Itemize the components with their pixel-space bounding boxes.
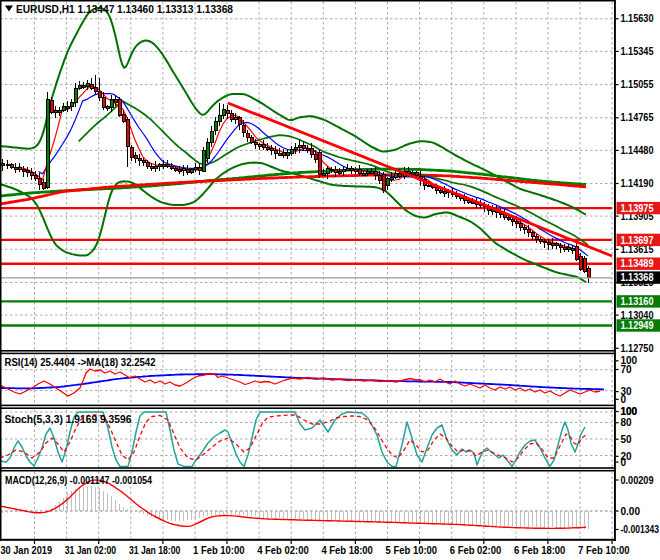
svg-text:1.15345: 1.15345	[621, 46, 654, 57]
svg-text:4 Feb 18:00: 4 Feb 18:00	[321, 545, 373, 556]
svg-text:1.12750: 1.12750	[621, 343, 654, 354]
svg-text:4 Feb 02:00: 4 Feb 02:00	[257, 545, 309, 556]
svg-text:6 Feb 02:00: 6 Feb 02:00	[450, 545, 502, 556]
svg-text:1.13160: 1.13160	[621, 296, 654, 307]
svg-text:EURUSD,H1 1.13447 1.13460 1.1: EURUSD,H1 1.13447 1.13460 1.13313 1.1336…	[16, 4, 233, 15]
svg-text:Stoch(5,3,3) 1.9169 9.3596: Stoch(5,3,3) 1.9169 9.3596	[5, 414, 132, 425]
svg-text:0: 0	[621, 457, 627, 468]
svg-text:RSI(14) 25.4404 ->MA(18) 32.2: RSI(14) 25.4404 ->MA(18) 32.2542	[5, 357, 156, 368]
svg-text:1.14480: 1.14480	[621, 145, 654, 156]
svg-text:1.13975: 1.13975	[621, 203, 654, 214]
svg-text:5 Feb 10:00: 5 Feb 10:00	[386, 545, 438, 556]
svg-text:1.15630: 1.15630	[621, 13, 654, 24]
svg-text:1.13040: 1.13040	[621, 310, 654, 321]
svg-text:7 Feb 10:00: 7 Feb 10:00	[578, 545, 630, 556]
svg-text:1.13368: 1.13368	[621, 272, 654, 283]
svg-text:1.13697: 1.13697	[621, 235, 654, 246]
svg-text:80: 80	[621, 417, 633, 428]
svg-text:1.14765: 1.14765	[621, 112, 654, 123]
svg-text:-0.001343: -0.001343	[621, 524, 660, 535]
svg-text:1.14190: 1.14190	[621, 178, 654, 189]
svg-text:MACD(12,26,9) -0.001147 -0.001: MACD(12,26,9) -0.001147 -0.001054	[5, 475, 152, 486]
svg-text:100: 100	[621, 406, 638, 417]
svg-text:0: 0	[621, 394, 627, 405]
svg-text:1 Feb 10:00: 1 Feb 10:00	[193, 545, 245, 556]
svg-text:70: 70	[621, 364, 633, 375]
svg-text:1.13489: 1.13489	[621, 258, 654, 269]
svg-text:50: 50	[621, 434, 633, 445]
svg-text:30 Jan 2019: 30 Jan 2019	[1, 545, 53, 556]
svg-text:31 Jan 02:00: 31 Jan 02:00	[65, 545, 117, 556]
svg-text:0.00: 0.00	[621, 506, 641, 517]
svg-text:6 Feb 18:00: 6 Feb 18:00	[514, 545, 566, 556]
svg-text:31 Jan 18:00: 31 Jan 18:00	[129, 545, 181, 556]
svg-text:1.12949: 1.12949	[621, 320, 654, 331]
svg-text:0.00209: 0.00209	[621, 475, 654, 486]
svg-text:1.15055: 1.15055	[621, 79, 654, 90]
